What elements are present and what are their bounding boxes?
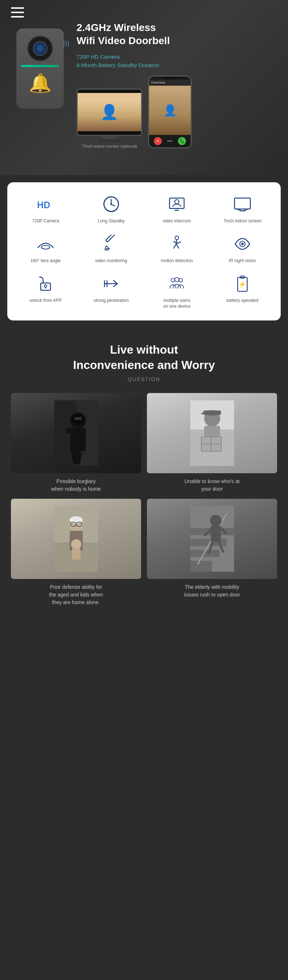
phone-dots: •••: [167, 138, 173, 144]
person-walk-icon: [166, 233, 188, 255]
live-subtitle: QUESTION: [11, 376, 277, 382]
visitor-placeholder: [147, 393, 277, 473]
feature-label-lens: 160° lens angle: [30, 258, 61, 264]
feature-hd-camera: HD 720P Camera: [14, 193, 76, 224]
svg-point-16: [175, 236, 179, 240]
svg-point-23: [241, 242, 244, 245]
phone-label: Front Door: [151, 81, 165, 84]
elderly-text: Poor defense ability for the aged and ki…: [49, 583, 103, 606]
feature-penetration: strong penetration: [80, 273, 142, 310]
doorbell-device: ))) 🔔: [16, 29, 64, 109]
feature-night-vision: IR night vision: [212, 233, 274, 264]
hero-title: 2.4GHz Wireless Wifi Video Doorbell: [76, 21, 277, 48]
group-icon: [166, 273, 188, 294]
elderly-placeholder: [11, 499, 141, 579]
phone-top-bar: Front Door: [149, 80, 191, 86]
monitor-person-icon: [166, 193, 188, 215]
feature-label-screen: 7inch indoor screen: [223, 218, 262, 224]
monitor-screen: 👤: [78, 93, 141, 131]
battery-icon: ⚡: [231, 273, 253, 294]
svg-point-65: [71, 539, 81, 549]
feature-long-standby: Long Standby: [80, 193, 142, 224]
screen-icon: [231, 193, 253, 215]
features-section: HD 720P Camera Long Standby: [7, 182, 281, 320]
svg-rect-24: [41, 283, 51, 290]
questions-grid: Possible burglary when nobody is home: [11, 393, 277, 606]
unlock-icon: [35, 273, 57, 294]
hero-content: ))) 🔔 2.4GHz Wireless Wifi Video Doorbel…: [11, 21, 277, 160]
feature-battery: ⚡ battery operated: [212, 273, 274, 310]
feature-label-night: IR night vision: [229, 258, 256, 264]
phone-controls: ✕ ••• 📞: [149, 135, 191, 147]
lens-angle-icon: [35, 233, 57, 255]
svg-rect-14: [106, 235, 115, 242]
monitor-base: [99, 140, 120, 142]
mobility-placeholder: [147, 499, 277, 579]
pencil-icon: [100, 233, 122, 255]
doorbell-image: ))) 🔔: [11, 29, 69, 109]
feature-multi-user: multiple users on one device: [146, 273, 208, 310]
phone-hang-up-button[interactable]: ✕: [154, 137, 162, 145]
eye-icon: [231, 233, 253, 255]
svg-point-6: [175, 200, 179, 204]
hero-feature-2: 8-Month Battery Standby Duration: [76, 62, 277, 68]
svg-point-13: [41, 245, 49, 249]
svg-point-30: [171, 278, 175, 282]
live-section: Live without Inconvenience and Worry QUE…: [0, 328, 288, 625]
question-burglary: Possible burglary when nobody is home: [11, 393, 141, 493]
hero-text-area: 2.4GHz Wireless Wifi Video Doorbell 720P…: [69, 21, 277, 148]
feature-indoor-screen: 7inch indoor screen: [212, 193, 274, 224]
monitor-label: *7inch indoor monitor (optional): [82, 144, 137, 148]
feature-video-monitoring: video monitoring: [80, 233, 142, 264]
svg-point-31: [175, 277, 179, 282]
svg-point-25: [45, 285, 47, 287]
camera-lens: [33, 41, 48, 56]
feature-label-intercom: video intercom: [162, 218, 191, 224]
svg-text:⚡: ⚡: [239, 281, 247, 288]
svg-rect-66: [72, 549, 81, 560]
feature-label-unlock: unlock from APP: [30, 298, 62, 304]
phone-answer-button[interactable]: 📞: [178, 137, 186, 145]
feature-motion-detection: motion detection: [146, 233, 208, 264]
svg-rect-74: [211, 526, 221, 542]
bell-icon: 🔔: [29, 73, 51, 94]
svg-point-32: [179, 278, 183, 282]
phone-person: 👤: [149, 86, 191, 135]
svg-line-19: [176, 244, 179, 248]
svg-rect-71: [190, 561, 212, 572]
monitor-image: 👤: [76, 89, 142, 136]
svg-line-18: [174, 244, 177, 248]
visitor-text: Unable to know who's at your door: [185, 477, 240, 493]
svg-point-4: [110, 204, 112, 205]
monitor-person: 👤: [78, 93, 141, 131]
feature-label-motion: motion detection: [161, 258, 193, 264]
feature-label-hd: 720P Camera: [32, 218, 59, 224]
phone-screen: Front Door 👤 ✕ ••• 📞: [149, 80, 191, 147]
svg-point-73: [210, 515, 222, 527]
feature-video-intercom: video intercom: [146, 193, 208, 224]
visitor-image: [147, 393, 277, 473]
clock-icon: [100, 193, 122, 215]
menu-button[interactable]: [11, 7, 24, 18]
mobility-image: [147, 499, 277, 579]
arrows-icon: [100, 273, 122, 294]
phone-notch: [162, 76, 177, 80]
feature-label-standby: Long Standby: [98, 218, 125, 224]
hero-feature-1: 720P HD Camera: [76, 54, 277, 60]
burglary-placeholder: [11, 393, 141, 473]
status-bar: [21, 65, 59, 67]
elderly-image: [11, 499, 141, 579]
wifi-waves-icon: ))): [63, 40, 69, 47]
feature-label-multi: multiple users on one device: [163, 298, 191, 310]
burglary-text: Possible burglary when nobody is home: [51, 477, 100, 493]
burglary-image: [11, 393, 141, 473]
feature-label-battery: battery operated: [226, 298, 258, 304]
svg-rect-55: [204, 410, 221, 415]
question-mobility: The elderly with mobility issues rush to…: [147, 499, 277, 606]
monitor-stand: [102, 136, 117, 139]
svg-text:HD: HD: [37, 200, 50, 210]
feature-lens-angle: 160° lens angle: [14, 233, 76, 264]
features-grid: HD 720P Camera Long Standby: [14, 193, 274, 310]
camera-unit: [27, 36, 53, 61]
feature-label-monitoring: video monitoring: [95, 258, 127, 264]
